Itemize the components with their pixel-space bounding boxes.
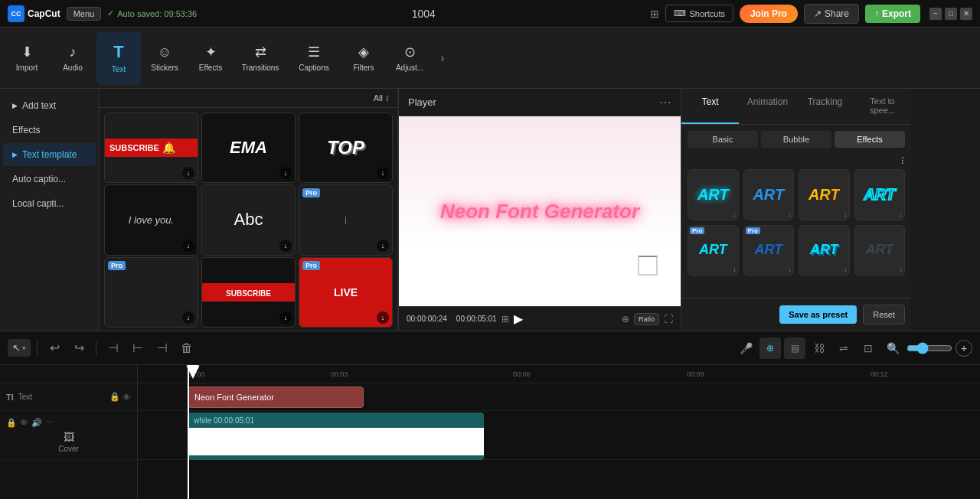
minimize-button[interactable]: − [929,8,942,20]
zoom-button[interactable]: ⊕ [622,314,629,325]
lock-video-track[interactable]: 🔒 [6,418,17,428]
timeline-toolbar: ↖ ▾ ↩ ↪ ⊣ ⊢ ⊣ 🗑 🎤 ⊕ ▤ ⛓ ⇌ ⊡ 🔍 + [0,331,980,365]
import-label: Import [16,64,38,72]
close-button[interactable]: ✕ [960,8,972,20]
toolbar-item-import[interactable]: ⬇ Import [5,31,49,85]
sidebar-item-effects[interactable]: Effects [3,119,96,142]
ratio-button[interactable]: Ratio [634,313,659,325]
grid-view-button[interactable]: ⊞ [501,314,509,325]
tab-tracking[interactable]: Tracking [796,89,854,124]
save-preset-button[interactable]: Save as preset [779,305,857,324]
menu-button[interactable]: Menu [67,7,102,21]
toolbar-expand[interactable]: › [433,31,452,85]
hide-video-track[interactable]: 👁 [20,418,28,427]
share-button[interactable]: ↗ Share [804,4,859,24]
list-item[interactable]: SUBSCRIBE 🔔 ↓ [104,113,198,183]
list-item[interactable]: SUBSCRIBE ↓ [201,257,296,328]
effect-item[interactable]: ART ↓ [799,225,850,276]
tab-animation[interactable]: Animation [739,89,796,124]
effect-item[interactable]: ART ↓ [799,169,850,220]
effect-item[interactable]: ART ↓ [854,225,906,276]
templates-grid: SUBSCRIBE 🔔 ↓ EMA ↓ TOP ↓ I love you. ↓ … [100,108,397,331]
effect-item[interactable]: ART ↓ [743,169,795,220]
autosave-indicator: ✓ Auto saved: 09:53:36 [107,8,197,18]
fullscreen-button[interactable]: ⛶ [664,314,673,325]
transform-button[interactable]: ⊡ [858,338,879,359]
timeline-tracks-area: 00:00 00:03 00:06 00:09 00:12 Neon Font … [138,365,980,499]
auto-caption-label: Auto captio... [12,174,66,184]
join-pro-button[interactable]: Join Pro [740,5,798,23]
sidebar-item-auto-caption[interactable]: Auto captio... [3,168,96,191]
hide-text-track[interactable]: 👁 [122,392,131,402]
toolbar-item-stickers[interactable]: ☺ Stickers [142,31,187,85]
split-left-button[interactable]: ⊢ [127,338,149,359]
topbar-center: 1004 [203,8,644,20]
list-item[interactable]: EMA ↓ [201,113,296,183]
toolbar-item-transitions[interactable]: ⇄ Transitions [234,31,286,85]
subtab-effects[interactable]: Effects [835,131,905,148]
player-header: Player ⋯ [399,89,681,116]
align-button[interactable]: ⇌ [833,338,854,359]
text-icon: T [113,42,123,62]
import-icon: ⬇ [21,44,33,60]
video-clip-container[interactable]: white 00:00:05:01 [188,413,484,460]
delete-button[interactable]: 🗑 [176,338,198,359]
player-menu-icon[interactable]: ⋯ [659,95,671,109]
effect-item[interactable]: ART ↓ [688,169,739,220]
all-filter-button[interactable]: All ⫶ [374,93,390,103]
subtab-basic[interactable]: Basic [688,131,758,148]
text-clip[interactable]: Neon Font Generator [188,386,364,408]
effect-item[interactable]: Pro ART ↓ [743,225,795,276]
list-item[interactable]: TOP ↓ [299,113,393,183]
magnet-button[interactable]: ⊕ [760,338,781,359]
play-button[interactable]: ▶ [514,311,523,326]
export-button[interactable]: ↑ Export [865,5,920,23]
list-item[interactable]: Abc ↓ [201,184,296,255]
toolbar-item-adjust[interactable]: ⊙ Adjust... [387,31,432,85]
zoom-slider[interactable] [906,342,952,354]
toolbar-item-filters[interactable]: ◈ Filters [341,31,386,85]
audio-video-track[interactable]: 🔊 [31,418,42,428]
list-item[interactable]: Pro LIVE ↓ [299,257,393,328]
tab-text[interactable]: Text [681,89,739,124]
list-item[interactable]: Pro | ↓ [299,184,393,255]
window-controls: − □ ✕ [929,8,972,20]
transitions-icon: ⇄ [255,44,266,60]
app-name: CapCut [28,8,60,19]
list-item[interactable]: I love you. ↓ [104,184,198,255]
shortcuts-button[interactable]: ⌨ Shortcuts [665,5,733,22]
subtab-bubble[interactable]: Bubble [761,131,831,148]
toolbar-item-captions[interactable]: ☰ Captions [288,31,340,85]
undo-button[interactable]: ↩ [44,338,65,359]
sidebar-item-text-template[interactable]: ▶ Text template [3,143,96,166]
main-area: ▶ Add text Effects ▶ Text template Auto … [0,89,980,331]
toolbar-item-text[interactable]: T Text [96,31,141,85]
toolbar-item-audio[interactable]: ♪ Audio [51,31,95,85]
redo-button[interactable]: ↪ [68,338,90,359]
timeline-body: TI Text 🔒 👁 🔒 👁 🔊 ⋯ 🖼 Cover [0,365,980,499]
toolbar-item-effects[interactable]: ✦ Effects [188,31,233,85]
sidebar-item-local-caption[interactable]: Local capti... [3,192,96,215]
link-button[interactable]: ⛓ [808,338,830,359]
select-tool[interactable]: ↖ ▾ [8,339,31,357]
list-item[interactable]: Pro ↓ [104,257,198,328]
video-track-button[interactable]: ▤ [784,338,805,359]
effects-filter-icon[interactable]: ⫶ [900,154,905,166]
microphone-button[interactable]: 🎤 [735,338,756,359]
split-center-button[interactable]: ⊣ [103,338,124,359]
captions-icon: ☰ [308,44,320,60]
maximize-button[interactable]: □ [945,8,957,20]
art-text-cyan: ART [697,186,729,204]
effect-item[interactable]: ART ↓ [854,169,906,220]
effects-label: Effects [199,64,222,72]
zoom-out-button[interactable]: 🔍 [882,338,903,359]
add-track-button[interactable]: + [956,340,972,357]
effect-item[interactable]: Pro ART ↓ [688,225,739,276]
more-video-track[interactable]: ⋯ [45,418,54,428]
sidebar-item-add-text[interactable]: ▶ Add text [3,94,96,117]
topbar: CC CapCut Menu ✓ Auto saved: 09:53:36 10… [0,0,980,28]
tab-text-to-speech[interactable]: Text to spee... [854,89,911,124]
reset-button[interactable]: Reset [863,305,905,325]
lock-text-track[interactable]: 🔒 [109,392,120,402]
split-right-button[interactable]: ⊣ [152,338,173,359]
